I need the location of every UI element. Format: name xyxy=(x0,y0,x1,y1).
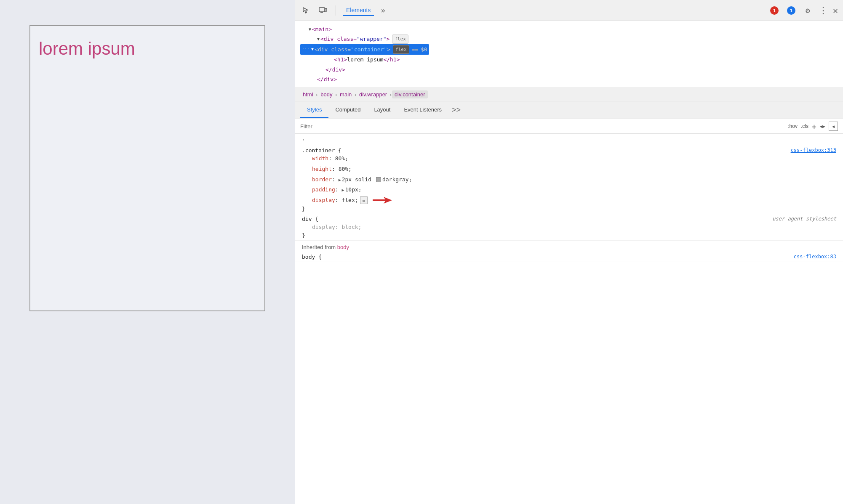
dom-container-line[interactable]: ··· ▼ <div class="container"> flex == $0 xyxy=(300,44,429,55)
styles-tabs-bar: Styles Computed Layout Event Listeners >… xyxy=(295,101,843,119)
bc-sep3: › xyxy=(355,92,356,97)
tab-layout[interactable]: Layout xyxy=(367,102,397,118)
dom-tree: ▼ <main> ▼ <div class="wrapper"> flex ··… xyxy=(295,21,843,88)
colon4: : xyxy=(335,185,342,195)
display-prop[interactable]: display : flex; ⊞ xyxy=(302,195,836,206)
body-rule-partial: body { css-flexbox:83 xyxy=(295,252,843,262)
settings-icon[interactable]: ⚙ xyxy=(806,6,810,15)
div-rule-header: div { user agent stylesheet xyxy=(302,216,836,222)
inherited-from-text: Inherited from xyxy=(302,244,336,250)
elements-tab[interactable]: Elements xyxy=(343,5,374,16)
inherited-label: Inherited from body xyxy=(295,241,843,252)
border-color-value: darkgray; xyxy=(382,175,412,185)
div-rule-close: } xyxy=(302,232,836,239)
tag-wrapper: <div class="wrapper"> xyxy=(320,34,389,44)
css-rules-panel: .container { css-flexbox:313 width : 80%… xyxy=(295,142,843,504)
inherited-from-body[interactable]: body xyxy=(337,244,349,250)
dom-wrapper-line[interactable]: ▼ <div class="wrapper"> flex xyxy=(300,34,838,44)
colon1: : xyxy=(328,154,335,164)
svg-rect-0 xyxy=(319,8,325,12)
tabs-more-icon[interactable]: >> xyxy=(448,101,464,119)
user-agent-label: user agent stylesheet xyxy=(772,216,836,222)
border-expand[interactable]: ▶ xyxy=(339,176,341,184)
dom-h1-line[interactable]: <h1>lorem ipsum</h1> xyxy=(300,55,838,64)
height-property: height xyxy=(312,164,332,175)
tab-styles[interactable]: Styles xyxy=(300,102,328,118)
inspect-element-icon[interactable] xyxy=(300,5,312,16)
colon3: : xyxy=(332,175,339,185)
padding-expand[interactable]: ▶ xyxy=(341,186,344,194)
red-arrow-svg xyxy=(371,195,392,205)
tag-div-container: <div class="container"> xyxy=(315,45,390,54)
close-brace2: } xyxy=(302,232,305,239)
container-rule-header: .container { css-flexbox:313 xyxy=(302,147,836,154)
info-badge[interactable]: 1 xyxy=(787,6,795,15)
devtools-panel: Elements » 1 1 ⚙ ⋮ ✕ ▼ <main> ▼ <div cla… xyxy=(295,0,843,504)
flex-layout-icon[interactable]: ⊞ xyxy=(360,196,368,204)
tab-event-listeners[interactable]: Event Listeners xyxy=(397,102,448,118)
tree-arrow: ▼ xyxy=(311,45,314,53)
close-devtools-icon[interactable]: ✕ xyxy=(833,5,838,16)
div-selector[interactable]: div { xyxy=(302,216,318,222)
padding-value: 10px; xyxy=(345,185,361,195)
bc-container[interactable]: div.container xyxy=(392,90,428,98)
container-source-link[interactable]: css-flexbox:313 xyxy=(791,147,836,153)
cls-button[interactable]: .cls xyxy=(801,123,808,129)
width-property: width xyxy=(312,154,328,164)
container-flex-badge[interactable]: flex xyxy=(393,45,409,54)
bc-sep4: › xyxy=(390,92,392,97)
dom-div-close-line[interactable]: </div> xyxy=(300,65,838,74)
dollar-zero: $0 xyxy=(421,45,427,54)
info-count: 1 xyxy=(787,6,795,15)
dom-main-line[interactable]: ▼ <main> xyxy=(300,24,838,34)
more-tabs-icon[interactable]: » xyxy=(381,6,385,15)
bc-wrapper[interactable]: div.wrapper xyxy=(357,90,389,98)
bc-main[interactable]: main xyxy=(337,90,354,98)
ellipsis-icon: ··· xyxy=(302,45,309,53)
display-block-property: display: block; xyxy=(312,222,361,233)
tree-arrow: ▼ xyxy=(317,35,320,43)
border-value: 2px solid xyxy=(342,175,375,185)
container-element: lorem ipsum xyxy=(29,25,265,311)
body-selector[interactable]: body { xyxy=(302,254,322,260)
more-options-icon[interactable]: ⋮ xyxy=(819,5,828,16)
display-value: flex; xyxy=(341,195,358,206)
toggle-sidebar-icon[interactable]: ◀ xyxy=(829,122,838,131)
partial-rule-text: , xyxy=(302,135,305,141)
tag-div-close: </div> xyxy=(325,65,345,74)
border-prop[interactable]: border : ▶ 2px solid darkgray; xyxy=(302,175,836,185)
padding-property: padding xyxy=(312,185,335,195)
filter-bar: :hov .cls + ◀▶ ◀ xyxy=(295,119,843,134)
device-toolbar-icon[interactable] xyxy=(317,5,329,16)
body-source-link[interactable]: css-flexbox:83 xyxy=(794,254,836,260)
partial-rule: , xyxy=(295,134,843,142)
breadcrumb: html › body › main › div.wrapper › div.c… xyxy=(295,88,843,101)
border-property: border xyxy=(312,175,332,185)
toolbar-separator xyxy=(336,5,336,16)
tab-computed[interactable]: Computed xyxy=(328,102,367,118)
width-prop[interactable]: width : 80%; xyxy=(302,154,836,164)
container-css-rule: .container { css-flexbox:313 width : 80%… xyxy=(295,146,843,214)
height-prop[interactable]: height : 80%; xyxy=(302,164,836,175)
container-rule-close: } xyxy=(302,206,836,212)
div-useragent-rule: div { user agent stylesheet display: blo… xyxy=(295,214,843,241)
svg-marker-3 xyxy=(373,197,392,204)
bc-sep2: › xyxy=(335,92,337,97)
tag-h1-close: </h1> xyxy=(383,55,400,64)
dom-div-close2-line[interactable]: </div> xyxy=(300,74,838,84)
width-value: 80%; xyxy=(335,154,348,164)
error-badge[interactable]: 1 xyxy=(770,6,779,15)
collapse-sidebar-icon[interactable]: ◀▶ xyxy=(820,124,825,129)
wrapper-flex-badge[interactable]: flex xyxy=(392,34,408,44)
hov-button[interactable]: :hov xyxy=(788,123,798,129)
height-value: 80%; xyxy=(339,164,352,175)
bc-body[interactable]: body xyxy=(318,90,335,98)
border-color-swatch[interactable] xyxy=(376,177,381,182)
padding-prop[interactable]: padding : ▶ 10px; xyxy=(302,185,836,195)
add-style-button[interactable]: + xyxy=(812,122,816,131)
filter-input[interactable] xyxy=(300,123,784,130)
container-selector[interactable]: .container { xyxy=(302,147,341,154)
bc-html[interactable]: html xyxy=(300,90,316,98)
body-rule-header: body { css-flexbox:83 xyxy=(302,254,836,260)
display-block-prop[interactable]: display: block; xyxy=(302,222,836,233)
